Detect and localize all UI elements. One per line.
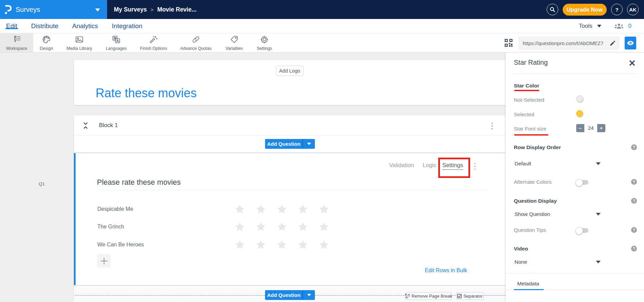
finish-options-label: Finish Options	[140, 46, 167, 51]
breadcrumb-survey-name[interactable]: Movie Revie...	[157, 6, 197, 13]
selected-color-swatch[interactable]	[576, 110, 583, 117]
toolbar-item-workspace[interactable]: Workspace	[0, 33, 33, 52]
star-rating-row[interactable]	[235, 222, 329, 231]
toolbar-item-variables[interactable]: Variables	[218, 33, 250, 52]
tab-edit[interactable]: Edit	[6, 19, 17, 33]
add-question-dropdown-bottom[interactable]	[302, 290, 315, 300]
star-font-size-label: Star Font size	[514, 126, 546, 132]
star-icon[interactable]	[319, 240, 329, 249]
question-tips-help-icon[interactable]: ?	[631, 227, 637, 233]
row-label[interactable]: We Can Be Heroes	[97, 242, 229, 248]
add-question-button-top[interactable]: Add Question	[265, 139, 302, 149]
alternate-colors-toggle[interactable]	[576, 180, 588, 185]
toolbar-item-advance-quotas[interactable]: Advance Quotas	[176, 33, 216, 52]
collaborators-indicator[interactable]: 0	[614, 23, 631, 29]
question-menu-icon[interactable]	[474, 163, 476, 170]
star-icon[interactable]	[298, 240, 308, 249]
star-icon[interactable]	[235, 240, 245, 249]
row-display-order-select[interactable]: Default	[515, 161, 531, 167]
tab-distribute[interactable]: Distribute	[31, 19, 58, 33]
rating-row-we-can-be-heroes: We Can Be Heroes	[97, 240, 329, 250]
product-name: Surveys	[16, 0, 40, 19]
alternate-colors-help-icon[interactable]: ?	[631, 179, 637, 185]
metadata-active-underline	[514, 289, 544, 290]
tab-integration[interactable]: Integration	[112, 19, 142, 33]
collapse-block-icon[interactable]	[83, 122, 88, 129]
survey-title[interactable]: Rate these movies	[96, 86, 197, 100]
search-button[interactable]	[547, 4, 558, 15]
star-icon[interactable]	[319, 222, 329, 231]
star-icon[interactable]	[235, 204, 245, 214]
increase-font-size-button[interactable]: +	[597, 124, 605, 132]
star-font-size-annotation-underline	[514, 134, 548, 136]
star-rating-row[interactable]	[235, 204, 329, 214]
add-row-button[interactable]	[97, 254, 111, 268]
add-logo-button[interactable]: Add Logo	[276, 66, 303, 76]
star-icon[interactable]	[277, 222, 287, 231]
media-library-label: Media Library	[66, 46, 92, 51]
toolbar-item-design[interactable]: Design	[33, 33, 60, 52]
toolbar-item-media-library[interactable]: Media Library	[61, 33, 98, 52]
star-font-size-input[interactable]	[584, 124, 597, 132]
survey-url-input[interactable]	[523, 37, 607, 49]
star-icon[interactable]	[277, 240, 287, 249]
not-selected-color-swatch[interactable]	[576, 95, 583, 102]
star-icon[interactable]	[277, 204, 287, 214]
broken-link-icon	[405, 294, 410, 298]
add-question-dropdown-top[interactable]	[302, 139, 315, 149]
star-icon[interactable]	[298, 204, 308, 214]
star-icon[interactable]	[256, 240, 266, 249]
edit-url-pencil-icon[interactable]	[609, 40, 616, 46]
tools-caret-icon	[597, 25, 601, 27]
remove-page-break-label: Remove Page Break	[411, 294, 452, 299]
question-display-select[interactable]: Show Question	[515, 211, 550, 217]
question-display-caret-icon[interactable]	[596, 213, 601, 216]
advance-quotas-label: Advance Quotas	[180, 46, 212, 51]
tab-analytics[interactable]: Analytics	[72, 19, 98, 33]
star-rating-row[interactable]	[235, 240, 329, 249]
block-menu-icon[interactable]	[491, 123, 493, 129]
close-panel-icon[interactable]	[629, 60, 635, 66]
question-display-help-icon[interactable]: ?	[631, 198, 637, 204]
plus-icon	[100, 257, 108, 265]
toolbar-item-settings[interactable]: Settings	[251, 33, 278, 52]
caret-down-icon	[307, 143, 311, 145]
breadcrumb-my-surveys[interactable]: My Surveys	[114, 6, 147, 13]
row-display-order-caret-icon[interactable]	[596, 162, 601, 165]
star-icon[interactable]	[298, 222, 308, 231]
edit-rows-in-bulk-link[interactable]: Edit Rows in Bulk	[413, 267, 467, 274]
help-button[interactable]: ?	[611, 4, 623, 15]
toolbar-item-languages[interactable]: Languages	[99, 33, 133, 52]
block-title[interactable]: Block 1	[99, 122, 118, 129]
qr-code-icon[interactable]	[505, 39, 512, 47]
star-icon[interactable]	[319, 204, 329, 214]
add-question-button-bottom[interactable]: Add Question	[265, 290, 302, 300]
row-label[interactable]: Despicable Me	[97, 206, 229, 212]
avatar[interactable]: AK	[627, 4, 639, 15]
toolbar-item-finish-options[interactable]: Finish Options	[135, 33, 172, 52]
survey-link-field	[519, 37, 619, 49]
remove-page-break-button[interactable]: Remove Page Break	[406, 292, 451, 300]
video-help-icon[interactable]: ?	[631, 246, 637, 251]
separator-button[interactable]: Separator	[456, 292, 484, 300]
question-title-divider	[97, 190, 486, 190]
upgrade-now-button[interactable]: Upgrade Now	[563, 4, 607, 16]
question-title[interactable]: Please rate these movies	[97, 178, 181, 187]
collaborator-count: 0	[628, 23, 631, 29]
video-caret-icon[interactable]	[596, 261, 601, 263]
question-validation-link[interactable]: Validation	[389, 162, 414, 169]
star-icon[interactable]	[256, 222, 266, 231]
star-icon[interactable]	[235, 222, 245, 231]
star-icon[interactable]	[256, 204, 266, 214]
questionpro-survey-editor: Surveys My Surveys > Movie Revie... Upgr…	[0, 0, 644, 302]
question-logic-link[interactable]: Logic	[423, 162, 437, 169]
product-switcher[interactable]: Surveys	[0, 0, 107, 19]
row-display-order-help-icon[interactable]: ?	[631, 144, 637, 150]
tools-menu[interactable]: Tools	[579, 23, 592, 29]
video-select[interactable]: None	[515, 259, 527, 265]
preview-survey-button[interactable]	[625, 37, 636, 49]
question-tips-toggle[interactable]	[576, 228, 588, 233]
row-label[interactable]: The Grinch	[97, 224, 229, 230]
decrease-font-size-button[interactable]: –	[576, 124, 584, 132]
metadata-tab[interactable]: Metadata	[517, 281, 539, 287]
